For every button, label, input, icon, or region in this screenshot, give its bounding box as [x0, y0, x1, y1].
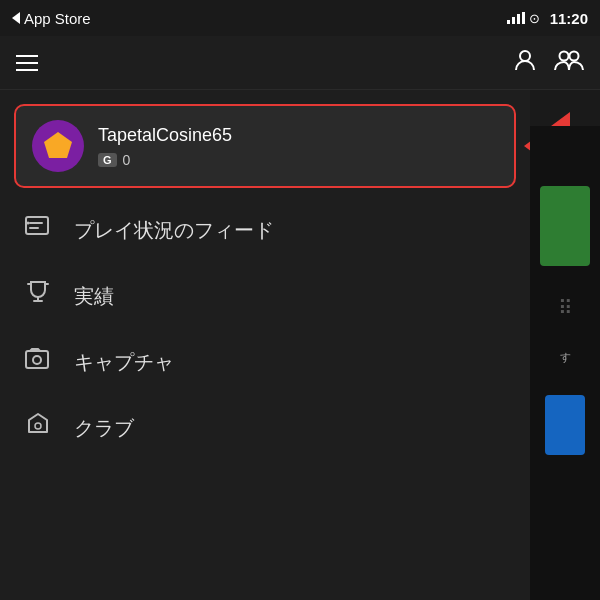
svg-point-0: [520, 51, 530, 61]
nav-bar: [0, 36, 600, 90]
menu-item-capture[interactable]: キャプチャ: [0, 330, 530, 394]
clubs-icon: [24, 412, 52, 444]
right-panel-person-tile: [545, 395, 585, 455]
people-icon[interactable]: [554, 47, 584, 79]
svg-point-7: [33, 356, 41, 364]
back-button[interactable]: App Store: [12, 10, 91, 27]
right-panel-game-tile: [540, 186, 590, 266]
time-display: 11:20: [550, 10, 588, 27]
trophy-icon: [24, 280, 52, 312]
hamburger-line: [16, 69, 38, 71]
feed-icon: [24, 216, 52, 244]
svg-point-1: [560, 51, 569, 60]
person-icon[interactable]: [512, 47, 538, 79]
hamburger-menu-button[interactable]: [16, 55, 38, 71]
wifi-icon: ⊙: [529, 11, 540, 26]
chevron-left-icon: [12, 12, 20, 24]
svg-rect-6: [26, 351, 48, 368]
menu-list: プレイ状況のフィード 実績: [0, 188, 530, 472]
menu-item-clubs[interactable]: クラブ: [0, 394, 530, 462]
right-panel: ⠿ す: [530, 126, 600, 600]
menu-item-feed[interactable]: プレイ状況のフィード: [0, 198, 530, 262]
capture-label: キャプチャ: [74, 349, 174, 376]
sidebar: TapetalCosine65 G 0: [0, 90, 530, 600]
profile-info: TapetalCosine65 G 0: [98, 125, 232, 168]
svg-point-2: [570, 51, 579, 60]
profile-gamerscore: G 0: [98, 152, 232, 168]
hamburger-line: [16, 55, 38, 57]
svg-rect-4: [26, 217, 48, 234]
svg-marker-3: [44, 132, 72, 158]
svg-point-8: [35, 423, 41, 429]
svg-point-5: [27, 222, 30, 225]
capture-icon: [24, 348, 52, 376]
status-bar: App Store ⊙ 11:20: [0, 0, 600, 36]
right-panel-text: す: [560, 350, 571, 365]
status-signals: ⊙ 11:20: [507, 10, 588, 27]
gamerscore-badge: G: [98, 153, 117, 167]
avatar-shape-icon: [42, 130, 74, 162]
signal-bars-icon: [507, 12, 525, 24]
right-panel-grid-icon: ⠿: [558, 296, 573, 320]
profile-card[interactable]: TapetalCosine65 G 0: [14, 104, 516, 188]
feed-label: プレイ状況のフィード: [74, 217, 274, 244]
hamburger-line: [16, 62, 38, 64]
nav-icons: [512, 47, 584, 79]
achievements-label: 実績: [74, 283, 114, 310]
profile-username: TapetalCosine65: [98, 125, 232, 146]
menu-item-achievements[interactable]: 実績: [0, 262, 530, 330]
gamerscore-value: 0: [123, 152, 131, 168]
app-store-label: App Store: [24, 10, 91, 27]
clubs-label: クラブ: [74, 415, 134, 442]
avatar: [32, 120, 84, 172]
